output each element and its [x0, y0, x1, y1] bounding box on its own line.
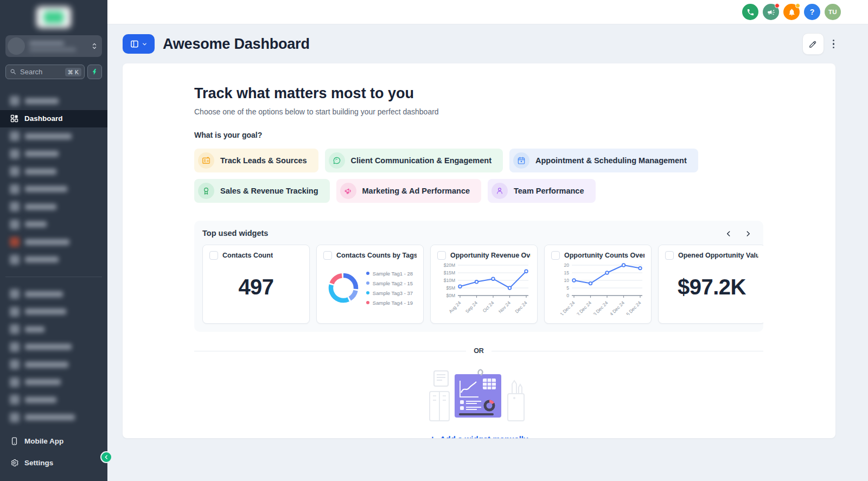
calendar-icon	[513, 152, 529, 169]
blurred-icon	[10, 395, 20, 405]
sidebar-item-blurred[interactable]	[0, 145, 107, 163]
help-button[interactable]: ?	[804, 4, 820, 20]
sidebar-item-blurred[interactable]	[0, 374, 107, 392]
widget-value: $97.2K	[678, 275, 746, 299]
widget-card-opportunity-counts-over[interactable]: Opportunity Counts Over...051015201 Dec …	[544, 245, 652, 324]
sidebar-item-blurred[interactable]	[0, 233, 107, 251]
kebab-menu-icon[interactable]	[831, 36, 837, 52]
svg-text:1 Dec 24: 1 Dec 24	[559, 300, 576, 315]
sidebar-item-blurred[interactable]	[0, 356, 107, 374]
location-pin-icon	[8, 37, 25, 55]
mini-line-chart: 051015201 Dec 242 Dec 243 Dec 244 Dec 24…	[551, 260, 647, 315]
dashboard-layout-button[interactable]	[123, 34, 155, 54]
goal-chip-team-performance[interactable]: Team Performance	[488, 179, 595, 203]
widget-checkbox[interactable]	[437, 251, 446, 260]
legend-item: Sample Tag1 - 28	[366, 271, 413, 277]
widget-title: Opportunity Counts Over...	[564, 252, 644, 259]
blurred-label	[25, 151, 59, 157]
phone-icon	[746, 8, 755, 16]
hero-heading: Track what matters most to you	[194, 85, 763, 102]
blurred-label	[25, 362, 68, 368]
sidebar-item-mobile-app[interactable]: Mobile App	[0, 430, 107, 452]
sidebar-item-blurred[interactable]	[0, 285, 107, 303]
sidebar-item-blurred[interactable]	[0, 251, 107, 269]
add-widget-illustration	[422, 365, 536, 426]
blurred-label	[25, 291, 63, 297]
widget-checkbox[interactable]	[665, 251, 674, 260]
widget-checkbox[interactable]	[551, 251, 560, 260]
megaphone-button[interactable]	[763, 4, 779, 20]
blurred-label	[25, 221, 47, 227]
sidebar-item-blurred[interactable]	[0, 320, 107, 338]
sidebar-item-blurred[interactable]	[0, 163, 107, 181]
sidebar-item-blurred[interactable]	[0, 409, 107, 427]
carousel-prev-button[interactable]	[723, 228, 734, 239]
mini-line-chart: $0M$5M$10M$15M$20MAug 24Sep 24Oct 24Nov …	[437, 260, 533, 315]
add-widget-manually-link[interactable]: + Add a widget manually	[430, 434, 528, 438]
lightning-icon	[91, 68, 98, 75]
edit-dashboard-button[interactable]	[802, 33, 824, 55]
widget-title: Contacts Counts by Tags	[336, 252, 417, 259]
goal-chip-client-communication-engagement[interactable]: Client Communication & Engagement	[325, 149, 503, 172]
blurred-label	[25, 204, 56, 210]
sidebar-item-dashboard[interactable]: Dashboard	[0, 110, 107, 128]
bell-button[interactable]	[783, 4, 800, 20]
sidebar-item-settings[interactable]: Settings	[0, 452, 107, 473]
sidebar-item-blurred[interactable]	[0, 127, 107, 145]
svg-text:4 Dec 24: 4 Dec 24	[609, 300, 626, 315]
svg-text:5 Dec 24: 5 Dec 24	[625, 300, 642, 315]
goal-chip-marketing-ad-performance[interactable]: Marketing & Ad Performance	[336, 179, 481, 203]
goal-chip-appointment-scheduling-management[interactable]: Appointment & Scheduling Management	[509, 149, 698, 172]
sidebar: ⌘ K Dashboard Mobile App Settings	[0, 0, 107, 481]
search-input-wrap[interactable]: ⌘ K	[5, 65, 85, 79]
widget-checkbox[interactable]	[209, 251, 218, 260]
sidebar-item-blurred[interactable]	[0, 303, 107, 321]
blurred-label	[25, 186, 67, 192]
quick-actions-button[interactable]	[87, 65, 102, 79]
widget-card-contacts-counts-by-tags[interactable]: Contacts Counts by TagsSample Tag1 - 28S…	[316, 245, 424, 324]
layout-grid-icon	[130, 39, 139, 49]
svg-text:20: 20	[564, 262, 570, 268]
widget-card-contacts-count[interactable]: Contacts Count497	[202, 245, 310, 324]
widget-card-opened-opportunity-value[interactable]: Opened Opportunity Value$97.2K	[658, 245, 763, 324]
legend-item: Sample Tag3 - 37	[366, 290, 413, 296]
widget-checkbox[interactable]	[323, 251, 332, 260]
blurred-icon	[10, 220, 20, 229]
sidebar-item-blurred[interactable]	[0, 198, 107, 216]
workspace-switcher[interactable]	[5, 35, 102, 57]
chevrons-updown-icon	[91, 42, 98, 50]
svg-text:Dec 24: Dec 24	[514, 300, 528, 314]
sidebar-collapse-button[interactable]	[100, 451, 112, 463]
carousel-next-button[interactable]	[743, 228, 754, 239]
goal-chip-label: Appointment & Scheduling Management	[535, 156, 687, 165]
goal-chip-track-leads-sources[interactable]: Track Leads & Sources	[194, 149, 318, 172]
search-shortcut-badge: ⌘ K	[65, 68, 81, 76]
blurred-icon	[10, 184, 20, 194]
sidebar-item-blurred[interactable]	[0, 181, 107, 198]
sidebar-item-blurred[interactable]	[0, 216, 107, 234]
goal-chip-label: Team Performance	[514, 187, 584, 195]
blurred-label	[25, 379, 61, 385]
blurred-label	[25, 344, 72, 350]
user-avatar[interactable]: TU	[825, 4, 841, 20]
megaphone-icon	[767, 8, 775, 16]
sidebar-item-blurred[interactable]	[0, 338, 107, 356]
or-label: OR	[466, 347, 492, 355]
blurred-icon	[10, 413, 20, 422]
search-input[interactable]	[20, 68, 58, 76]
chat-bubble-icon	[333, 156, 341, 165]
sidebar-item-blurred[interactable]	[0, 92, 107, 110]
svg-text:Oct 24: Oct 24	[482, 300, 495, 313]
sidebar-item-blurred[interactable]	[0, 391, 107, 409]
phone-button[interactable]	[742, 4, 758, 20]
svg-text:$5M: $5M	[446, 285, 455, 291]
blurred-icon	[10, 149, 20, 159]
blurred-icon	[10, 289, 20, 299]
widget-card-opportunity-revenue-ove[interactable]: Opportunity Revenue Ove...$0M$5M$10M$15M…	[430, 245, 538, 324]
award-icon	[202, 187, 210, 195]
widgets-panel-title: Top used widgets	[202, 229, 763, 238]
blurred-icon	[10, 342, 20, 352]
legend-item: Sample Tag2 - 15	[366, 280, 413, 286]
contact-card-icon	[198, 152, 214, 169]
goal-chip-sales-revenue-tracking[interactable]: Sales & Revenue Tracking	[194, 179, 330, 203]
